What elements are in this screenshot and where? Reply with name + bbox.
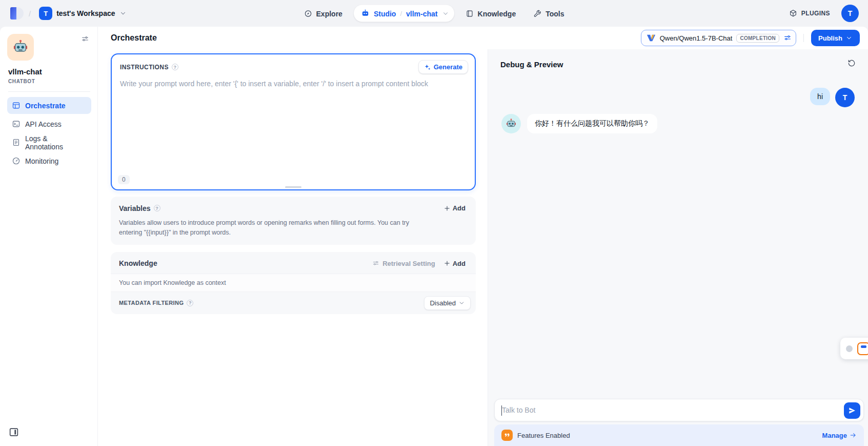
plugins-label: PLUGINS (801, 10, 830, 17)
send-button[interactable] (844, 402, 860, 419)
char-count: 0 (118, 175, 130, 184)
top-navigation-bar: / T test's Workspace Explore (0, 0, 868, 27)
sidebar-item-logs-annotations[interactable]: Logs & Annotations (7, 134, 91, 151)
debug-preview-panel: Debug & Preview hi T (488, 49, 868, 446)
robot-emoji-icon (12, 39, 29, 55)
add-knowledge-label: Add (453, 260, 466, 267)
manage-features-link[interactable]: Manage (822, 432, 857, 439)
main-body: INSTRUCTIONS Generate Write your prompt … (98, 49, 868, 446)
metadata-filtering-value: Disabled (430, 299, 456, 307)
variables-header: Variables Add (111, 197, 476, 218)
chevron-down-icon (119, 10, 127, 17)
app-type-label: CHATBOT (7, 79, 91, 84)
app-window: / T test's Workspace Explore (0, 0, 868, 446)
app-header (7, 34, 91, 61)
dify-logo[interactable] (9, 7, 24, 20)
orchestrate-icon (12, 101, 21, 110)
features-bar: Features Enabled Manage (494, 424, 864, 446)
quote-icon (504, 432, 510, 438)
resize-handle[interactable] (285, 186, 301, 188)
generate-button[interactable]: Generate (418, 60, 468, 74)
floating-helper-widget[interactable] (840, 338, 868, 359)
nav-tools[interactable]: Tools (527, 5, 570, 22)
tools-icon (533, 9, 541, 17)
workspace-selector[interactable]: T test's Workspace (36, 5, 129, 22)
topbar-left: / T test's Workspace (9, 5, 130, 22)
metadata-filtering-dropdown[interactable]: Disabled (424, 296, 471, 310)
settings-sliders-icon (372, 260, 379, 267)
app-name: vllm-chat (7, 67, 91, 76)
knowledge-header: Knowledge Retrieval Setting Add (111, 252, 476, 274)
main-area: Orchestrate Qwen/Qwen1.5-7B-Chat COMPLET… (97, 27, 868, 446)
chevron-down-icon (458, 300, 465, 306)
chat-message-bot: 你好！有什么问题我可以帮助你吗？ (501, 114, 855, 133)
bot-message-bubble: 你好！有什么问题我可以帮助你吗？ (527, 114, 657, 133)
instructions-header: INSTRUCTIONS Generate (112, 54, 475, 77)
plus-icon (443, 205, 451, 212)
sidebar-item-orchestrate[interactable]: Orchestrate (7, 97, 91, 114)
collapse-panel-icon (8, 426, 19, 438)
chat-input-container (494, 399, 864, 421)
robot-icon (361, 9, 370, 18)
chat-input[interactable] (495, 399, 863, 421)
send-icon (848, 406, 856, 415)
sidebar-divider (8, 91, 90, 92)
app-settings-button[interactable] (80, 34, 90, 46)
knowledge-title: Knowledge (119, 259, 157, 267)
app-avatar (7, 34, 34, 61)
model-name: Qwen/Qwen1.5-7B-Chat (660, 34, 733, 42)
sidebar-item-api-access[interactable]: API Access (7, 115, 91, 132)
publish-label: Publish (818, 34, 842, 42)
model-selector[interactable]: Qwen/Qwen1.5-7B-Chat COMPLETION (641, 30, 796, 46)
plugins-box-icon (789, 9, 797, 17)
chat-area: hi T (488, 73, 868, 399)
header-separator (803, 34, 804, 42)
page-title: Orchestrate (111, 33, 157, 43)
status-dot (846, 345, 853, 352)
retrieval-setting-button[interactable]: Retrieval Setting (368, 258, 439, 269)
sidebar-item-label: API Access (25, 120, 62, 128)
restart-conversation-button[interactable] (847, 59, 856, 69)
dify-badge-icon (857, 342, 868, 355)
nav-studio-separator: / (400, 10, 402, 17)
knowledge-description: You can import Knowledge as context (111, 274, 476, 292)
prompt-editor[interactable]: Write your prompt word here, enter '{' t… (112, 77, 475, 189)
nav-explore[interactable]: Explore (298, 5, 349, 22)
features-icon (501, 430, 513, 441)
add-knowledge-button[interactable]: Add (439, 258, 470, 269)
publish-button[interactable]: Publish (811, 30, 860, 46)
vllm-logo-icon (647, 33, 656, 43)
instructions-panel: INSTRUCTIONS Generate Write your prompt … (111, 53, 476, 190)
model-parameters-button[interactable] (783, 34, 792, 42)
nav-knowledge[interactable]: Knowledge (459, 5, 522, 22)
nav-explore-label: Explore (316, 9, 342, 17)
user-message-bubble: hi (810, 88, 830, 105)
add-variable-button[interactable]: Add (439, 202, 470, 214)
logs-icon (12, 138, 21, 147)
nav-studio-label: Studio (374, 9, 396, 17)
user-avatar[interactable]: T (841, 5, 859, 22)
topbar-right: PLUGINS T (785, 5, 859, 22)
user-message-avatar: T (835, 88, 855, 107)
retrieval-setting-label: Retrieval Setting (382, 260, 435, 267)
header-actions: Qwen/Qwen1.5-7B-Chat COMPLETION Publish (641, 30, 860, 46)
terminal-icon (12, 120, 21, 128)
chat-message-user: hi T (501, 88, 855, 107)
sparkle-icon (424, 64, 431, 71)
debug-title: Debug & Preview (500, 60, 563, 69)
plus-icon (443, 260, 451, 267)
chat-input-area: Features Enabled Manage (488, 399, 868, 446)
manage-label: Manage (822, 432, 847, 439)
plugins-button[interactable]: PLUGINS (785, 6, 834, 21)
collapse-sidebar-button[interactable] (8, 426, 19, 440)
breadcrumb-separator: / (29, 9, 31, 18)
nav-studio[interactable]: Studio / vllm-chat (354, 5, 454, 22)
variables-description: Variables allow users to introduce promp… (111, 218, 439, 245)
refresh-icon (847, 59, 856, 67)
sidebar-item-monitoring[interactable]: Monitoring (7, 152, 91, 169)
nav-knowledge-label: Knowledge (478, 9, 516, 17)
help-icon (154, 205, 160, 211)
add-variable-label: Add (453, 204, 466, 212)
debug-header: Debug & Preview (488, 49, 868, 73)
sliders-icon (81, 35, 89, 43)
